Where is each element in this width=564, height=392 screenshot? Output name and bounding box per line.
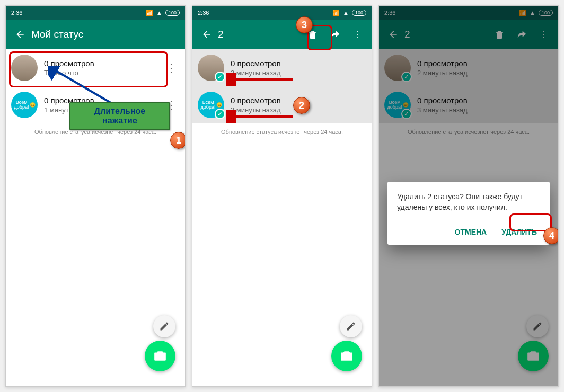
- camera-icon: [153, 349, 167, 363]
- app-bar-selection: 2 ⋮: [192, 20, 372, 49]
- item-menu-button[interactable]: ⋮: [164, 58, 179, 77]
- dialog-delete-button[interactable]: УДАЛИТЬ: [498, 224, 540, 240]
- pencil-icon: [346, 321, 356, 332]
- signal-icon: 📶: [332, 10, 340, 16]
- selected-check-icon: ✓: [215, 72, 225, 82]
- clock: 2:36: [11, 10, 22, 16]
- battery-icon: 100: [352, 10, 366, 16]
- status-bar: 2:36 📶 ▲ 100: [6, 6, 185, 20]
- forward-icon: [330, 29, 340, 40]
- app-bar: Мой статус: [6, 20, 185, 49]
- status-views: 0 просмотров: [231, 96, 281, 105]
- item-menu-button[interactable]: ⋮: [164, 95, 179, 114]
- wifi-icon: ▲: [343, 10, 349, 16]
- expiry-note: Обновление статуса исчезнет через 24 час…: [192, 123, 372, 140]
- fab-edit[interactable]: [340, 315, 362, 337]
- forward-button[interactable]: [324, 23, 346, 46]
- selection-count: 2: [218, 29, 302, 40]
- signal-icon: 📶: [146, 10, 153, 16]
- fab-camera[interactable]: [331, 341, 362, 371]
- back-button[interactable]: [196, 23, 218, 46]
- back-arrow-icon: [15, 29, 25, 40]
- expiry-note: Обновление статуса исчезнет через 24 час…: [6, 123, 185, 140]
- selected-check-icon: ✓: [215, 109, 225, 119]
- status-time: Только что: [44, 69, 94, 77]
- status-time: 3 минуты назад: [231, 106, 281, 114]
- status-item[interactable]: ✓ 0 просмотров 2 минуты назад: [192, 49, 372, 86]
- wifi-icon: ▲: [156, 10, 162, 16]
- dialog-cancel-button[interactable]: ОТМЕНА: [452, 224, 490, 240]
- back-arrow-icon: [201, 29, 212, 40]
- status-item[interactable]: 0 просмотров Только что ⋮: [6, 49, 185, 86]
- avatar: [11, 55, 38, 81]
- status-time: 2 минуты назад: [231, 69, 281, 77]
- avatar: Всем добра!😊: [11, 92, 38, 118]
- status-bar: 2:36 📶 ▲ 100: [192, 6, 372, 20]
- clock: 2:36: [198, 10, 209, 16]
- app-bar-title: Мой статус: [31, 29, 182, 40]
- back-button[interactable]: [9, 23, 31, 46]
- avatar: ✓: [198, 55, 224, 81]
- status-item[interactable]: Всем добра!😊 0 просмотров 1 минуту назад…: [6, 86, 185, 123]
- overflow-menu-button[interactable]: ⋮: [346, 23, 368, 46]
- camera-icon: [340, 349, 354, 363]
- status-views: 0 просмотров: [44, 96, 94, 105]
- trash-icon: [307, 29, 318, 40]
- status-time: 1 минуту назад: [44, 106, 94, 114]
- status-views: 0 просмотров: [44, 59, 94, 68]
- fab-edit[interactable]: [153, 315, 175, 337]
- confirm-dialog: Удалить 2 статуса? Они также будут удале…: [387, 182, 550, 245]
- delete-button[interactable]: [302, 23, 324, 46]
- pencil-icon: [159, 321, 170, 332]
- status-views: 0 просмотров: [231, 59, 281, 68]
- dialog-message: Удалить 2 статуса? Они также будут удале…: [397, 191, 540, 213]
- avatar: Всем добра!😊 ✓: [198, 92, 224, 118]
- fab-camera[interactable]: [145, 341, 175, 371]
- status-item[interactable]: Всем добра!😊 ✓ 0 просмотров 3 минуты наз…: [192, 86, 372, 123]
- battery-icon: 100: [165, 10, 180, 16]
- phone-screen-2: 2:36 📶 ▲ 100 2 ⋮ ✓ 0 просмотров 2 минуты…: [192, 5, 372, 387]
- phone-screen-1: 2:36 📶 ▲ 100 Мой статус 0 просмотров Тол…: [5, 5, 186, 387]
- phone-screen-3: 2:36 📶 ▲ 100 2 ⋮ ✓ 0 просмотров 2 минуты…: [378, 5, 559, 387]
